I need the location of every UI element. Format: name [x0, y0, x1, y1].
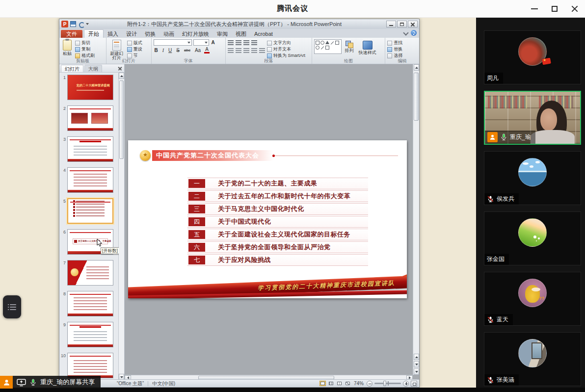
save-icon[interactable] [70, 21, 76, 27]
maximize-icon[interactable] [552, 6, 558, 12]
zoom-in-icon[interactable] [403, 381, 409, 387]
next-slide-icon[interactable] [414, 361, 419, 367]
reset-button[interactable]: 重设 [127, 47, 142, 52]
zoom-slider[interactable] [374, 383, 401, 384]
indent-decrease-icon[interactable] [243, 40, 249, 46]
slide-thumbnail-1[interactable]: 1 党的二十大精神宣讲提纲 [59, 75, 119, 100]
tab-file[interactable]: 文件 [61, 30, 82, 38]
scroll-down-icon[interactable] [414, 368, 419, 375]
panel-scrollbar[interactable] [118, 73, 124, 380]
strikethrough-button[interactable]: S [175, 47, 181, 53]
participant-tile-zhoufan[interactable]: 周凡 [484, 30, 581, 84]
section-button[interactable]: 节 [127, 53, 142, 58]
align-right-icon[interactable] [243, 48, 249, 53]
header-divider-line [273, 156, 398, 156]
slide-canvas[interactable]: 中国共产党第二十次全国代表大会 一关于党的二十大的主题、主要成果 二关于过去五年… [128, 140, 407, 298]
italic-button[interactable]: I [161, 47, 165, 53]
participant-tile-lantian[interactable]: ?? 蓝天 [484, 272, 581, 326]
tab-insert[interactable]: 插入 [104, 30, 122, 38]
tab-animations[interactable]: 动画 [160, 30, 178, 38]
format-painter-button[interactable]: 格式刷 [75, 53, 95, 58]
layout-button[interactable]: 版式 [127, 40, 142, 46]
panel-scroll-thumb[interactable] [119, 80, 124, 159]
slide-thumbnail-8[interactable]: 8 [59, 291, 119, 316]
change-case-button[interactable]: Aa [194, 47, 202, 53]
zoom-slider-thumb[interactable] [383, 381, 386, 386]
help-icon[interactable] [411, 30, 417, 36]
shared-screen-area: P 附件1-2：中国共产党第二十次全国代表大会精神宣讲提纲（PPT） - Mic… [0, 18, 476, 388]
vertical-scroll-thumb[interactable] [414, 73, 419, 121]
underline-button[interactable]: U [167, 47, 173, 53]
minimize-icon[interactable] [531, 8, 538, 9]
fit-to-window-icon[interactable] [411, 381, 417, 387]
participant-tile-zhangjinguo[interactable]: 张金国 [484, 211, 581, 265]
tab-acrobat[interactable]: Acrobat [250, 30, 277, 38]
tab-home[interactable]: 开始 [84, 29, 104, 38]
font-name-dropdown[interactable] [154, 39, 192, 46]
scroll-up-icon[interactable] [414, 64, 419, 71]
powerpoint-logo-icon[interactable]: P [61, 21, 68, 27]
tab-slideshow[interactable]: 幻灯片放映 [178, 30, 213, 38]
slide-thumbnail-5-selected[interactable]: 5 [59, 198, 119, 224]
meeting-toolbar-toggle-button[interactable] [3, 295, 21, 318]
qat-dropdown-icon[interactable] [86, 23, 89, 25]
bold-button[interactable]: B [154, 47, 159, 53]
justify-icon[interactable] [251, 48, 257, 53]
smartart-button[interactable]: 转换为 SmartArt [267, 53, 305, 58]
slide-sorter-view-icon[interactable] [328, 381, 334, 386]
language-indicator[interactable]: 中文(中国) [152, 380, 175, 387]
indent-increase-icon[interactable] [251, 40, 257, 46]
arrange-button[interactable]: 排列 [344, 40, 355, 53]
ppt-restore-icon[interactable] [397, 21, 407, 27]
ppt-minimize-icon[interactable] [386, 21, 396, 27]
panel-close-icon[interactable] [117, 66, 123, 71]
slide-thumbnail-10[interactable]: 10 [59, 353, 119, 378]
ribbon-pin-icon[interactable] [403, 30, 408, 35]
tab-view[interactable]: 视图 [232, 30, 250, 38]
undo-icon[interactable] [78, 21, 84, 27]
vertical-scrollbar[interactable] [413, 64, 419, 375]
cut-button[interactable]: 剪切 [75, 40, 95, 46]
participant-tile-zhangmeihan[interactable]: 张美涵 [484, 332, 581, 386]
tab-transitions[interactable]: 切换 [141, 30, 160, 38]
quick-styles-button[interactable]: 快速样式 [357, 40, 378, 55]
panel-scroll-up-icon[interactable] [119, 73, 124, 79]
select-button[interactable]: 选择 [387, 53, 402, 58]
slide-thumbnail-2[interactable]: 2 [59, 105, 119, 131]
tab-outline[interactable]: 大纲 [84, 65, 102, 72]
slideshow-view-icon[interactable] [345, 381, 351, 386]
copy-button[interactable]: 复制 [75, 47, 95, 52]
font-color-button[interactable]: A [204, 47, 210, 53]
paste-button[interactable]: 粘贴 [61, 39, 73, 56]
slide-thumbnail-9[interactable]: 9 [59, 322, 119, 347]
zoom-out-icon[interactable] [367, 381, 372, 387]
tab-design[interactable]: 设计 [122, 30, 141, 38]
numbering-icon[interactable] [236, 40, 241, 46]
slide-thumbnail-7[interactable]: 7 [59, 260, 119, 286]
find-button[interactable]: 查找 [387, 40, 402, 46]
tab-review[interactable]: 审阅 [213, 30, 232, 38]
font-size-dropdown[interactable] [193, 39, 209, 46]
tab-slides-thumbnails[interactable]: 幻灯片 [61, 65, 83, 72]
close-icon[interactable] [571, 5, 578, 12]
slide-thumbnail-3[interactable]: 3 [59, 136, 119, 162]
normal-view-icon[interactable] [319, 381, 326, 386]
text-direction-button[interactable]: 文字方向 [267, 40, 305, 46]
new-slide-button[interactable]: 新建幻灯片 [108, 39, 125, 61]
bullets-icon[interactable] [228, 40, 234, 46]
previous-slide-icon[interactable] [414, 354, 419, 360]
align-left-icon[interactable] [228, 48, 234, 53]
replace-button[interactable]: 替换 [387, 47, 402, 52]
window-controls [531, 0, 578, 18]
shapes-gallery[interactable] [314, 39, 342, 54]
reading-view-icon[interactable] [336, 381, 343, 386]
grow-font-button[interactable]: A [211, 39, 216, 46]
slide-thumbnail-4[interactable]: 4 [59, 167, 119, 193]
participant-tile-chongqing-yu[interactable]: 重庆_瑜 [484, 91, 581, 145]
clear-formatting-button[interactable]: abc [183, 47, 191, 53]
columns-icon[interactable] [259, 48, 265, 53]
participant-tile-houfabing[interactable]: 侯发兵 [484, 151, 581, 205]
ppt-close-icon[interactable] [408, 21, 418, 27]
align-text-button[interactable]: 对齐文本 [267, 47, 305, 52]
align-center-icon[interactable] [236, 48, 241, 53]
